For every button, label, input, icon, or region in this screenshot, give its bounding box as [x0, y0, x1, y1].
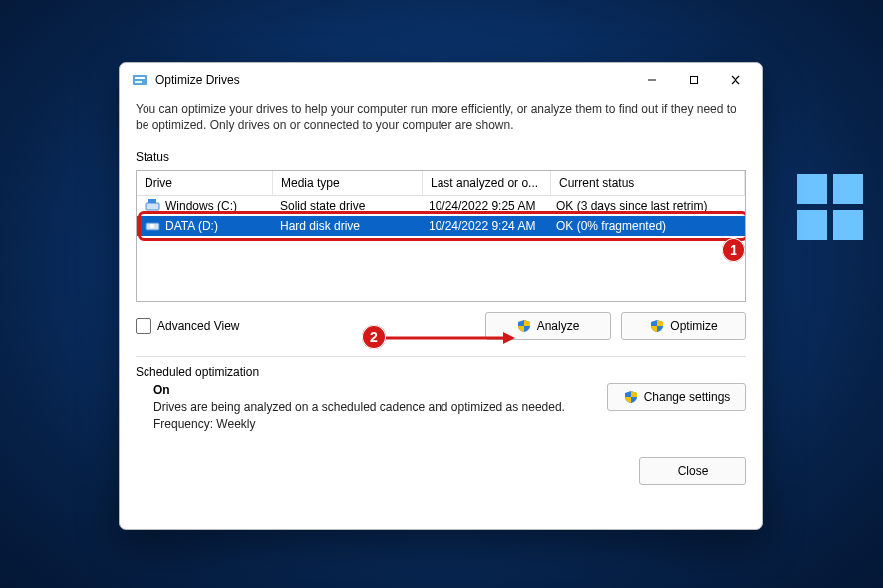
drive-list-header: Drive Media type Last analyzed or o... C…: [137, 171, 745, 196]
optimize-drives-window: Optimize Drives You can optimize your dr…: [119, 62, 763, 530]
window-title: Optimize Drives: [155, 73, 240, 87]
table-row[interactable]: Windows (C:) Solid state drive 10/24/202…: [137, 196, 745, 216]
drive-icon: [145, 219, 160, 234]
drive-last: 10/24/2022 9:24 AM: [421, 219, 548, 233]
drive-last: 10/24/2022 9:25 AM: [421, 199, 548, 213]
analyze-button[interactable]: Analyze: [485, 312, 611, 340]
advanced-view-label: Advanced View: [157, 319, 240, 333]
close-button[interactable]: [715, 65, 756, 95]
svg-rect-1: [135, 77, 145, 79]
column-header-status[interactable]: Current status: [551, 171, 745, 195]
drive-icon: [145, 199, 160, 214]
shield-icon: [650, 319, 664, 333]
close-dialog-button[interactable]: Close: [639, 457, 746, 485]
optimize-label: Optimize: [670, 319, 717, 333]
advanced-view-checkbox[interactable]: [136, 318, 151, 334]
svg-rect-8: [148, 199, 156, 203]
window-titlebar: Optimize Drives: [120, 63, 762, 97]
svg-rect-0: [133, 75, 147, 85]
svg-rect-7: [146, 203, 159, 210]
scheduled-header: Scheduled optimization: [136, 365, 746, 379]
minimize-button[interactable]: [631, 65, 673, 95]
column-header-last[interactable]: Last analyzed or o...: [423, 171, 551, 195]
drive-media: Solid state drive: [272, 199, 421, 213]
app-icon: [132, 72, 147, 88]
change-settings-label: Change settings: [644, 390, 731, 404]
drive-status: OK (0% fragmented): [548, 219, 745, 233]
windows-logo-wallpaper: [797, 174, 871, 240]
status-label: Status: [136, 150, 746, 164]
column-header-media[interactable]: Media type: [273, 171, 423, 195]
table-row[interactable]: DATA (D:) Hard disk drive 10/24/2022 9:2…: [137, 216, 745, 236]
shield-icon: [624, 390, 638, 404]
close-label: Close: [678, 464, 709, 478]
scheduled-state: On: [153, 383, 170, 397]
column-header-drive[interactable]: Drive: [137, 171, 273, 195]
change-settings-button[interactable]: Change settings: [607, 383, 746, 411]
desktop-background: Optimize Drives You can optimize your dr…: [0, 0, 883, 588]
shield-icon: [517, 319, 531, 333]
drive-name: Windows (C:): [165, 199, 237, 213]
svg-point-10: [150, 224, 154, 228]
drive-name: DATA (D:): [165, 219, 218, 233]
svg-rect-2: [135, 81, 142, 83]
scheduled-desc: Drives are being analyzed on a scheduled…: [153, 400, 565, 414]
scheduled-text: On Drives are being analyzed on a schedu…: [153, 383, 565, 434]
drive-list: Drive Media type Last analyzed or o... C…: [136, 170, 746, 302]
maximize-button[interactable]: [673, 65, 715, 95]
svg-rect-4: [691, 77, 698, 84]
optimize-button[interactable]: Optimize: [621, 312, 746, 340]
intro-text: You can optimize your drives to help you…: [136, 101, 746, 133]
analyze-label: Analyze: [537, 319, 580, 333]
separator: [136, 356, 746, 357]
scheduled-freq: Frequency: Weekly: [153, 417, 565, 431]
drive-media: Hard disk drive: [272, 219, 421, 233]
drive-status: OK (3 days since last retrim): [548, 199, 745, 213]
